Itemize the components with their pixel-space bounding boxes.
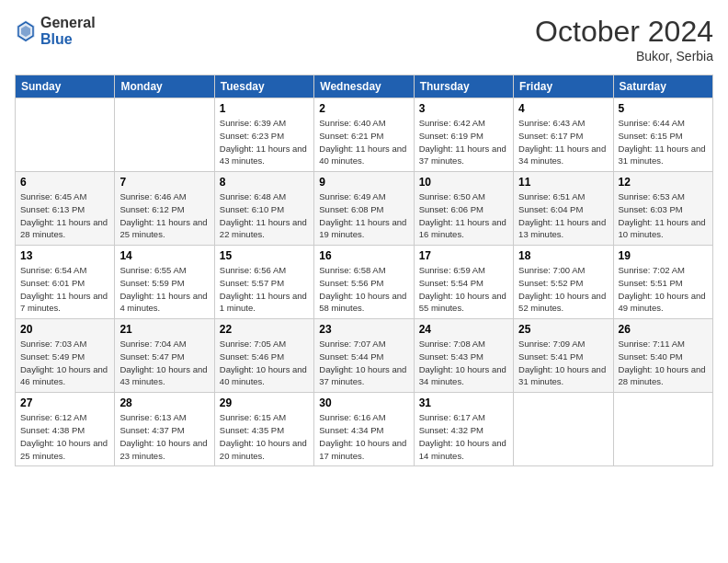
calendar-cell: 5Sunrise: 6:44 AM Sunset: 6:15 PM Daylig…: [613, 98, 712, 172]
month-title: October 2024: [535, 15, 713, 49]
weekday-header-sunday: Sunday: [16, 75, 115, 98]
logo-general-text: General: [40, 15, 96, 31]
weekday-header-saturday: Saturday: [613, 75, 712, 98]
day-number: 27: [20, 396, 109, 409]
calendar-cell: 17Sunrise: 6:59 AM Sunset: 5:54 PM Dayli…: [414, 246, 513, 319]
day-number: 6: [20, 176, 109, 189]
cell-info: Sunrise: 6:40 AM Sunset: 6:21 PM Dayligh…: [319, 117, 408, 167]
calendar-cell: 13Sunrise: 6:54 AM Sunset: 6:01 PM Dayli…: [16, 246, 115, 319]
calendar-cell: 9Sunrise: 6:49 AM Sunset: 6:08 PM Daylig…: [314, 172, 414, 246]
day-number: 23: [319, 323, 408, 336]
cell-info: Sunrise: 6:42 AM Sunset: 6:19 PM Dayligh…: [419, 117, 508, 167]
calendar-cell: 2Sunrise: 6:40 AM Sunset: 6:21 PM Daylig…: [314, 98, 414, 172]
cell-info: Sunrise: 7:08 AM Sunset: 5:43 PM Dayligh…: [419, 338, 508, 388]
cell-info: Sunrise: 7:02 AM Sunset: 5:51 PM Dayligh…: [619, 264, 708, 315]
cell-info: Sunrise: 6:43 AM Sunset: 6:17 PM Dayligh…: [518, 117, 608, 167]
logo-icon: [15, 18, 37, 44]
calendar-cell: 16Sunrise: 6:58 AM Sunset: 5:56 PM Dayli…: [314, 246, 414, 319]
cell-info: Sunrise: 6:45 AM Sunset: 6:13 PM Dayligh…: [20, 190, 109, 241]
weekday-header-monday: Monday: [115, 75, 214, 98]
day-number: 1: [220, 102, 309, 115]
cell-info: Sunrise: 6:50 AM Sunset: 6:06 PM Dayligh…: [419, 190, 508, 241]
calendar-cell: 31Sunrise: 6:17 AM Sunset: 4:32 PM Dayli…: [414, 393, 513, 466]
cell-info: Sunrise: 6:53 AM Sunset: 6:03 PM Dayligh…: [619, 190, 708, 241]
day-number: 2: [319, 102, 408, 115]
calendar-cell: 24Sunrise: 7:08 AM Sunset: 5:43 PM Dayli…: [414, 319, 513, 393]
calendar-cell: 7Sunrise: 6:46 AM Sunset: 6:12 PM Daylig…: [115, 172, 214, 246]
day-number: 25: [518, 323, 608, 336]
calendar-cell: 19Sunrise: 7:02 AM Sunset: 5:51 PM Dayli…: [613, 246, 712, 319]
weekday-header-friday: Friday: [514, 75, 613, 98]
day-number: 24: [419, 323, 508, 336]
day-number: 22: [220, 323, 309, 336]
day-number: 4: [518, 102, 608, 115]
calendar-cell: 4Sunrise: 6:43 AM Sunset: 6:17 PM Daylig…: [514, 98, 613, 172]
calendar-cell: 28Sunrise: 6:13 AM Sunset: 4:37 PM Dayli…: [115, 393, 214, 466]
cell-info: Sunrise: 7:07 AM Sunset: 5:44 PM Dayligh…: [319, 338, 408, 388]
cell-info: Sunrise: 7:00 AM Sunset: 5:52 PM Dayligh…: [518, 264, 608, 315]
weekday-header-tuesday: Tuesday: [214, 75, 313, 98]
calendar-cell: 20Sunrise: 7:03 AM Sunset: 5:49 PM Dayli…: [16, 319, 115, 393]
day-number: 5: [619, 102, 708, 115]
calendar-cell: [115, 98, 214, 172]
weekday-header-wednesday: Wednesday: [314, 75, 414, 98]
calendar-cell: 26Sunrise: 7:11 AM Sunset: 5:40 PM Dayli…: [613, 319, 712, 393]
cell-info: Sunrise: 6:17 AM Sunset: 4:32 PM Dayligh…: [419, 411, 508, 462]
cell-info: Sunrise: 6:49 AM Sunset: 6:08 PM Dayligh…: [319, 190, 408, 241]
day-number: 9: [319, 176, 408, 189]
calendar-cell: 22Sunrise: 7:05 AM Sunset: 5:46 PM Dayli…: [214, 319, 313, 393]
calendar-week-row: 13Sunrise: 6:54 AM Sunset: 6:01 PM Dayli…: [16, 246, 713, 319]
cell-info: Sunrise: 7:05 AM Sunset: 5:46 PM Dayligh…: [220, 338, 309, 388]
calendar-cell: 15Sunrise: 6:56 AM Sunset: 5:57 PM Dayli…: [214, 246, 313, 319]
logo-text: General Blue: [40, 15, 96, 47]
calendar-week-row: 6Sunrise: 6:45 AM Sunset: 6:13 PM Daylig…: [16, 172, 713, 246]
cell-info: Sunrise: 6:51 AM Sunset: 6:04 PM Dayligh…: [518, 190, 608, 241]
cell-info: Sunrise: 6:48 AM Sunset: 6:10 PM Dayligh…: [220, 190, 309, 241]
cell-info: Sunrise: 6:44 AM Sunset: 6:15 PM Dayligh…: [619, 117, 708, 167]
day-number: 16: [319, 249, 408, 262]
calendar-cell: 1Sunrise: 6:39 AM Sunset: 6:23 PM Daylig…: [214, 98, 313, 172]
day-number: 29: [220, 396, 309, 409]
calendar-cell: 11Sunrise: 6:51 AM Sunset: 6:04 PM Dayli…: [514, 172, 613, 246]
cell-info: Sunrise: 6:54 AM Sunset: 6:01 PM Dayligh…: [20, 264, 109, 315]
cell-info: Sunrise: 6:56 AM Sunset: 5:57 PM Dayligh…: [220, 264, 309, 315]
cell-info: Sunrise: 6:46 AM Sunset: 6:12 PM Dayligh…: [119, 190, 209, 241]
day-number: 17: [419, 249, 508, 262]
calendar-cell: 21Sunrise: 7:04 AM Sunset: 5:47 PM Dayli…: [115, 319, 214, 393]
calendar-week-row: 20Sunrise: 7:03 AM Sunset: 5:49 PM Dayli…: [16, 319, 713, 393]
calendar-cell: 14Sunrise: 6:55 AM Sunset: 5:59 PM Dayli…: [115, 246, 214, 319]
calendar-cell: 30Sunrise: 6:16 AM Sunset: 4:34 PM Dayli…: [314, 393, 414, 466]
calendar-cell: 27Sunrise: 6:12 AM Sunset: 4:38 PM Dayli…: [16, 393, 115, 466]
cell-info: Sunrise: 6:13 AM Sunset: 4:37 PM Dayligh…: [119, 411, 209, 462]
cell-info: Sunrise: 7:09 AM Sunset: 5:41 PM Dayligh…: [518, 338, 608, 388]
logo-blue-text: Blue: [40, 31, 96, 48]
calendar-week-row: 1Sunrise: 6:39 AM Sunset: 6:23 PM Daylig…: [16, 98, 713, 172]
calendar-cell: 3Sunrise: 6:42 AM Sunset: 6:19 PM Daylig…: [414, 98, 513, 172]
cell-info: Sunrise: 6:39 AM Sunset: 6:23 PM Dayligh…: [220, 117, 309, 167]
day-number: 12: [619, 176, 708, 189]
day-number: 26: [619, 323, 708, 336]
cell-info: Sunrise: 6:15 AM Sunset: 4:35 PM Dayligh…: [220, 411, 309, 462]
calendar-cell: 18Sunrise: 7:00 AM Sunset: 5:52 PM Dayli…: [514, 246, 613, 319]
day-number: 14: [119, 249, 209, 262]
cell-info: Sunrise: 6:16 AM Sunset: 4:34 PM Dayligh…: [319, 411, 408, 462]
calendar-cell: 6Sunrise: 6:45 AM Sunset: 6:13 PM Daylig…: [16, 172, 115, 246]
cell-info: Sunrise: 7:04 AM Sunset: 5:47 PM Dayligh…: [119, 338, 209, 388]
logo: General Blue: [15, 15, 96, 47]
calendar-week-row: 27Sunrise: 6:12 AM Sunset: 4:38 PM Dayli…: [16, 393, 713, 466]
calendar-cell: 23Sunrise: 7:07 AM Sunset: 5:44 PM Dayli…: [314, 319, 414, 393]
day-number: 8: [220, 176, 309, 189]
calendar-cell: [514, 393, 613, 466]
calendar-cell: 29Sunrise: 6:15 AM Sunset: 4:35 PM Dayli…: [214, 393, 313, 466]
cell-info: Sunrise: 6:58 AM Sunset: 5:56 PM Dayligh…: [319, 264, 408, 315]
day-number: 20: [20, 323, 109, 336]
weekday-header-thursday: Thursday: [414, 75, 513, 98]
calendar-cell: 8Sunrise: 6:48 AM Sunset: 6:10 PM Daylig…: [214, 172, 313, 246]
day-number: 28: [119, 396, 209, 409]
calendar-cell: 25Sunrise: 7:09 AM Sunset: 5:41 PM Dayli…: [514, 319, 613, 393]
title-area: October 2024 Bukor, Serbia: [535, 15, 713, 63]
calendar-header-row: SundayMondayTuesdayWednesdayThursdayFrid…: [16, 75, 713, 98]
day-number: 18: [518, 249, 608, 262]
cell-info: Sunrise: 6:59 AM Sunset: 5:54 PM Dayligh…: [419, 264, 508, 315]
day-number: 15: [220, 249, 309, 262]
